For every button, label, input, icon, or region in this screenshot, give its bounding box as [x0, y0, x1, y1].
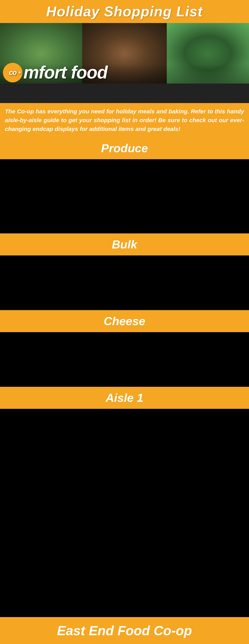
- comfort-food-text: co + mfort food: [3, 62, 107, 82]
- aisle1-content: [0, 409, 249, 483]
- aisle1-header: Aisle 1: [0, 387, 249, 409]
- spacer: [0, 483, 249, 617]
- aisle1-title: Aisle 1: [4, 391, 245, 404]
- bulk-content: [0, 256, 249, 310]
- cheese-title: Cheese: [4, 314, 245, 328]
- hero-section: co + mfort food: [0, 23, 249, 103]
- cheese-header: Cheese: [0, 310, 249, 332]
- footer-title: East End Food Co-op: [4, 623, 245, 638]
- co-logo-label: co: [9, 68, 17, 77]
- co-plus-icon: +: [18, 70, 21, 76]
- header-section: Holiday Shopping List: [0, 0, 249, 23]
- hero-image: co + mfort food: [0, 23, 249, 84]
- footer-section: East End Food Co-op: [0, 617, 249, 644]
- hero-overlay: co + mfort food: [0, 64, 249, 84]
- produce-content: [0, 159, 249, 234]
- page-title: Holiday Shopping List: [4, 4, 245, 20]
- bulk-title: Bulk: [4, 238, 245, 251]
- description-text: The Co-op has everything you need for ho…: [5, 107, 244, 133]
- comfort-food-label: mfort food: [24, 62, 107, 82]
- cheese-content: [0, 332, 249, 387]
- bulk-header: Bulk: [0, 234, 249, 256]
- co-logo: co +: [3, 63, 23, 82]
- description-section: The Co-op has everything you need for ho…: [0, 103, 249, 137]
- produce-header: Produce: [0, 137, 249, 159]
- page-container: Holiday Shopping List co + mfort food Th…: [0, 0, 249, 644]
- produce-title: Produce: [4, 142, 245, 155]
